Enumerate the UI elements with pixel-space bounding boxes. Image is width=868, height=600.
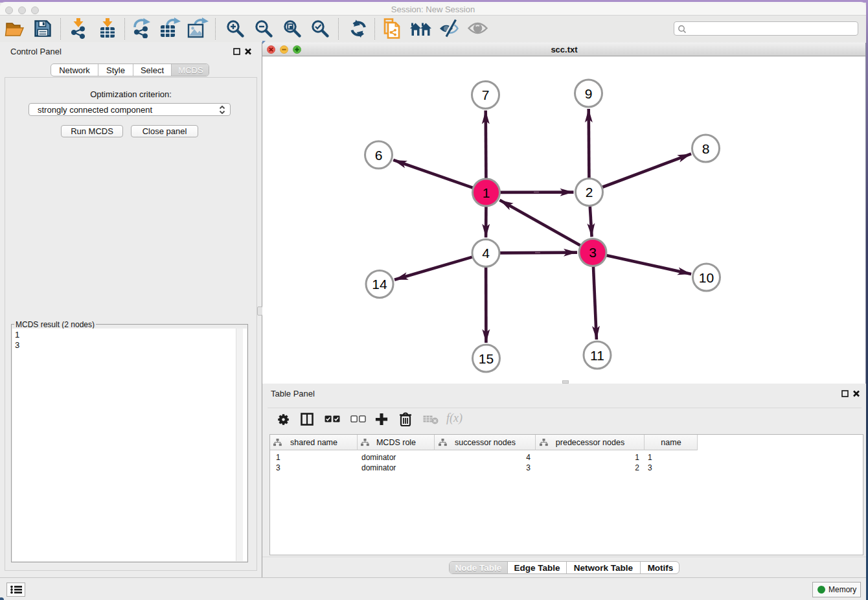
svg-text:6: 6 — [375, 148, 383, 163]
svg-text:15: 15 — [479, 351, 494, 366]
svg-text:10: 10 — [699, 270, 714, 285]
svg-text:7: 7 — [482, 87, 490, 102]
svg-text:11: 11 — [590, 348, 604, 363]
svg-text:1: 1 — [483, 185, 490, 200]
svg-text:14: 14 — [372, 277, 387, 292]
svg-text:9: 9 — [585, 86, 593, 101]
svg-text:8: 8 — [702, 141, 710, 156]
svg-text:2: 2 — [586, 185, 593, 200]
svg-text:3: 3 — [589, 245, 597, 260]
svg-text:4: 4 — [482, 246, 490, 260]
